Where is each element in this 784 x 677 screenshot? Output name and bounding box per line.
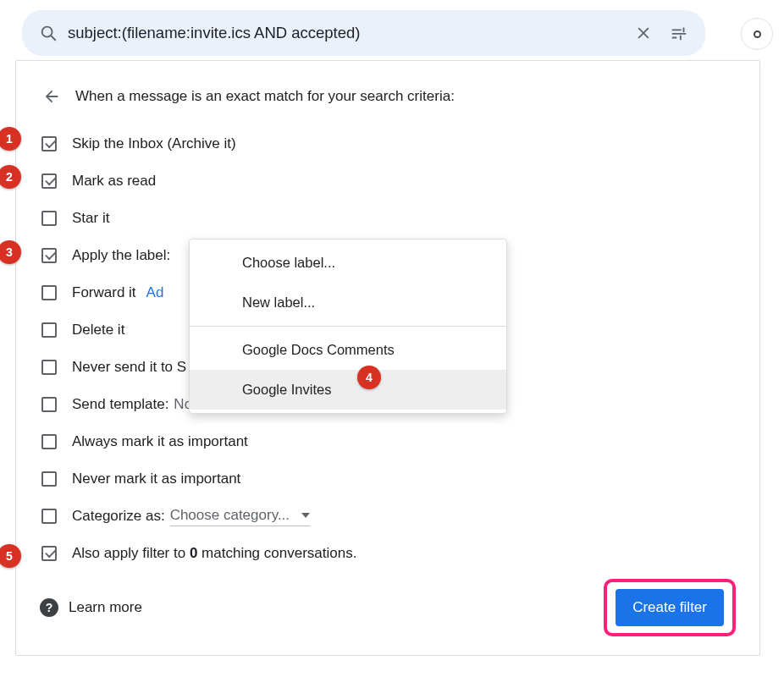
checkbox-star[interactable] (41, 211, 57, 226)
header-text: When a message is an exact match for you… (75, 88, 455, 105)
option-skip-inbox: Skip the Inbox (Archive it) (40, 125, 736, 162)
label-always-important: Always mark it as important (72, 433, 248, 450)
option-always-important: Always mark it as important (40, 423, 736, 460)
label-forward: Forward it (72, 284, 136, 301)
label-never-important: Never mark it as important (72, 471, 240, 487)
label-mark-read: Mark as read (72, 173, 156, 190)
also-apply-count: 0 (190, 545, 197, 561)
annotation-badge-4: 4 (357, 366, 381, 389)
checkbox-forward[interactable] (41, 285, 57, 300)
dropdown-section-labels: Google Docs Comments Google Invites (190, 327, 506, 413)
create-filter-highlight: Create filter (604, 579, 736, 636)
option-never-important: Never mark it as important (40, 460, 736, 498)
status-circle (741, 18, 773, 50)
label-apply-label: Apply the label: (72, 247, 170, 264)
panel-footer: ? Learn more Create filter (40, 579, 736, 636)
checkbox-send-template[interactable] (41, 397, 57, 412)
dropdown-item-docs-comments[interactable]: Google Docs Comments (190, 330, 506, 370)
label-never-spam: Never send it to S (72, 359, 186, 376)
chevron-down-icon (301, 513, 310, 518)
checkbox-apply-label[interactable] (41, 248, 57, 263)
svg-line-1 (51, 36, 55, 40)
back-button[interactable] (40, 85, 63, 108)
option-mark-read: Mark as read (40, 162, 736, 200)
label-dropdown: Choose label... New label... Google Docs… (189, 239, 507, 414)
category-select[interactable]: Choose category... (170, 507, 310, 526)
checkbox-also-apply[interactable] (41, 546, 57, 561)
checkbox-mark-read[interactable] (41, 173, 57, 189)
category-value: Choose category... (170, 507, 290, 524)
svg-rect-4 (680, 36, 682, 41)
label-skip-inbox: Skip the Inbox (Archive it) (72, 135, 236, 152)
help-icon[interactable]: ? (40, 598, 58, 617)
label-star: Star it (72, 210, 109, 227)
checkbox-skip-inbox[interactable] (41, 136, 57, 151)
dropdown-item-google-invites[interactable]: Google Invites (190, 370, 506, 410)
dropdown-new-label[interactable]: New label... (190, 283, 506, 322)
close-icon[interactable] (631, 20, 656, 46)
label-send-template: Send template: (72, 396, 168, 413)
also-apply-prefix: Also apply filter to (72, 545, 190, 561)
option-categorize: Categorize as: Choose category... (40, 498, 736, 535)
checkbox-delete[interactable] (41, 322, 57, 338)
svg-rect-5 (683, 28, 685, 33)
label-delete: Delete it (72, 322, 124, 338)
dropdown-choose-label[interactable]: Choose label... (190, 243, 506, 283)
tune-icon[interactable] (666, 20, 692, 46)
checkbox-categorize[interactable] (41, 509, 57, 524)
search-icon[interactable] (36, 24, 61, 42)
status-dot-icon (754, 30, 761, 38)
search-input[interactable] (61, 24, 626, 42)
checkbox-never-spam[interactable] (41, 360, 57, 375)
option-star: Star it (40, 200, 736, 237)
label-also-apply: Also apply filter to 0 matching conversa… (72, 545, 356, 562)
checkbox-always-important[interactable] (41, 434, 57, 449)
label-categorize: Categorize as: (72, 508, 165, 525)
search-bar (22, 10, 705, 56)
create-filter-button[interactable]: Create filter (616, 589, 724, 626)
panel-header: When a message is an exact match for you… (40, 85, 736, 108)
option-also-apply: Also apply filter to 0 matching conversa… (40, 535, 736, 572)
also-apply-suffix: matching conversations. (197, 545, 356, 561)
dropdown-section-top: Choose label... New label... (190, 239, 506, 326)
forward-add-link[interactable]: Ad (146, 284, 164, 301)
learn-more-link[interactable]: Learn more (69, 599, 142, 616)
checkbox-never-important[interactable] (41, 471, 57, 487)
